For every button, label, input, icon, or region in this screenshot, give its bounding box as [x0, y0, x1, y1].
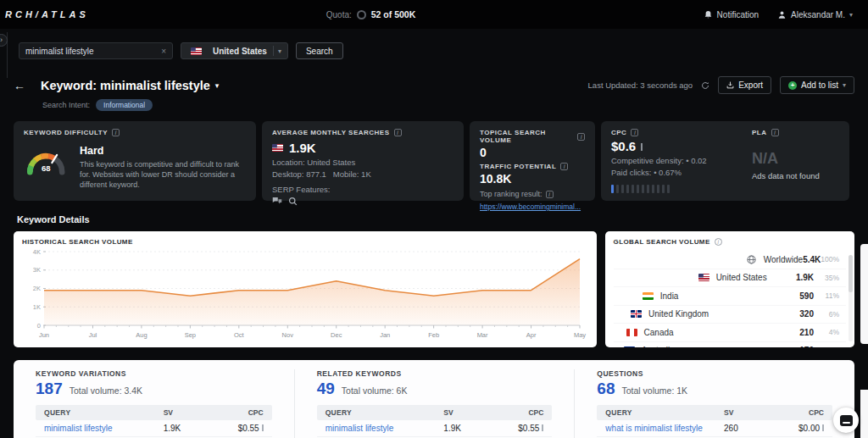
info-icon[interactable]: i [394, 129, 402, 136]
difficulty-level: Hard [80, 145, 246, 157]
svg-text:4K: 4K [33, 248, 41, 256]
country-volume: 590 [799, 291, 814, 301]
keyword-difficulty-card: KEYWORD DIFFICULTY i 68 Hard This keywor… [14, 121, 256, 201]
info-icon[interactable]: i [771, 129, 779, 136]
svg-text:Sep: Sep [185, 331, 196, 339]
query-header: QUERY [605, 408, 724, 417]
page-scrollbar[interactable] [860, 244, 868, 344]
svg-text:3K: 3K [33, 266, 41, 274]
search-feature-icon[interactable] [288, 197, 298, 206]
country-percent: 35% [814, 274, 839, 282]
info-icon[interactable]: i [715, 238, 722, 246]
cpc-distribution-bars [611, 185, 740, 193]
mini-bar-icon [822, 424, 824, 431]
pla-note: Ads data not found [752, 171, 839, 180]
table-row[interactable]: minimalist lifestyle 1.9K $0.55 [317, 420, 553, 437]
panel-scrollbar[interactable] [849, 255, 853, 341]
search-input[interactable] [25, 47, 158, 56]
country-row-india[interactable]: India 590 11% [614, 287, 846, 306]
country-name: United States [716, 273, 767, 282]
mini-bar-icon [542, 424, 543, 431]
us-flag-icon [191, 47, 202, 55]
difficulty-gauge: 68 [24, 141, 70, 180]
chat-bubbles-icon[interactable] [272, 197, 282, 205]
india-flag-icon [643, 292, 654, 300]
topical-volume-value: 0 [480, 146, 585, 159]
search-button[interactable]: Search [296, 42, 343, 59]
intent-badge: Informational [96, 99, 153, 111]
svg-text:Aug: Aug [136, 331, 147, 339]
sv-header: SV [724, 408, 785, 417]
traffic-potential-value: 10.8K [480, 172, 585, 186]
questions-title: QUESTIONS [597, 369, 832, 378]
card-title: PLA [752, 129, 767, 136]
pla-section: PLA i N/A Ads data not found [740, 129, 839, 193]
country-name: United Kingdom [648, 309, 709, 319]
serp-features-label: SERP Features: [272, 185, 453, 194]
country-row-united-kingdom[interactable]: United Kingdom 320 6% [614, 306, 846, 324]
mini-bar-icon [262, 424, 264, 431]
section-title: Keyword Details [17, 214, 868, 225]
related-count: 49 [317, 380, 335, 398]
cpc-section: CPC i $0.6 Competitive density: • 0.02 P… [611, 129, 740, 193]
notification-button[interactable]: Notification [704, 10, 759, 19]
chevron-down-icon[interactable]: ▾ [215, 81, 220, 90]
variations-total: Total volume: 3.4K [70, 385, 142, 396]
sv-value: 1.9K [443, 424, 504, 433]
cpc-header: CPC [785, 408, 824, 417]
info-icon[interactable]: i [631, 129, 638, 136]
canada-flag-icon [626, 329, 637, 336]
query-link[interactable]: what is minimalist lifestyle [605, 424, 724, 433]
sv-header: SV [443, 408, 504, 417]
country-name: India [660, 291, 679, 301]
info-icon[interactable]: i [546, 191, 554, 198]
info-icon[interactable]: i [560, 163, 568, 170]
quota-indicator: Quota: 52 of 500K [326, 9, 416, 19]
table-row[interactable]: minimalist lifestyle 1.9K $0.55 [36, 420, 272, 437]
svg-text:Jan: Jan [380, 331, 390, 339]
query-header: QUERY [44, 408, 164, 417]
table-row[interactable]: what is minimalist lifestyle 260 $0.00 [597, 420, 832, 437]
back-arrow-icon[interactable]: ← [14, 79, 25, 92]
historical-volume-panel: HISTORICAL SEARCH VOLUME 01K2K3K4KJunJul… [14, 231, 597, 347]
variations-table: QUERY SV CPC minimalist lifestyle 1.9K $… [36, 405, 272, 438]
related-table: QUERY SV CPC minimalist lifestyle 1.9K $… [317, 405, 553, 438]
card-title: TOPICAL SEARCH VOLUME [480, 129, 573, 144]
chat-widget-button[interactable] [833, 408, 859, 433]
refresh-icon[interactable] [701, 81, 709, 90]
search-bar: × United States ▾ Search [19, 42, 868, 59]
questions-total: Total volume: 1K [621, 385, 687, 396]
quota-label: Quota: [326, 10, 352, 19]
cpc-value: $0.00 [785, 424, 824, 433]
sv-header: SV [164, 408, 225, 417]
user-menu[interactable]: Aleksandar M. ▾ [777, 10, 853, 19]
svg-text:Feb: Feb [428, 331, 439, 339]
top-ranking-link[interactable]: https://www.becomingminimal... [480, 202, 585, 211]
country-row-australia[interactable]: Australia 170 3% [614, 342, 846, 348]
clear-search-icon[interactable]: × [161, 47, 166, 56]
cpc-value: $0.55 [225, 424, 264, 433]
country-volume: 320 [799, 309, 814, 319]
paid-clicks: Paid clicks: • 0.67% [611, 168, 740, 177]
globe-icon [747, 255, 756, 264]
variations-count: 187 [36, 380, 63, 398]
add-to-list-button[interactable]: + Add to list ▾ [780, 76, 854, 94]
searches-value: 1.9K [289, 141, 316, 155]
export-button[interactable]: Export [718, 76, 771, 94]
country-row-united-states[interactable]: United States 1.9K 35% [614, 269, 846, 288]
info-icon[interactable]: i [112, 129, 120, 136]
monthly-searches-card: AVERAGE MONTHLY SEARCHES i 1.9K Location… [262, 121, 464, 201]
table-header: QUERY SV CPC [317, 405, 553, 420]
country-select[interactable]: United States ▾ [181, 42, 288, 59]
query-link[interactable]: minimalist lifestyle [44, 424, 164, 433]
keyword-search-field[interactable]: × [19, 42, 173, 59]
query-link[interactable]: minimalist lifestyle [326, 424, 444, 433]
country-row-canada[interactable]: Canada 210 4% [614, 324, 846, 342]
related-total: Total volume: 6K [342, 385, 408, 396]
chevron-down-icon: ▾ [843, 81, 846, 89]
page-scrollbar[interactable] [860, 390, 868, 438]
country-percent: 3% [814, 347, 839, 347]
svg-text:Mar: Mar [477, 331, 488, 339]
country-row-worldwide[interactable]: Worldwide 5.4K 100% [614, 251, 846, 269]
info-icon[interactable]: i [577, 133, 585, 141]
